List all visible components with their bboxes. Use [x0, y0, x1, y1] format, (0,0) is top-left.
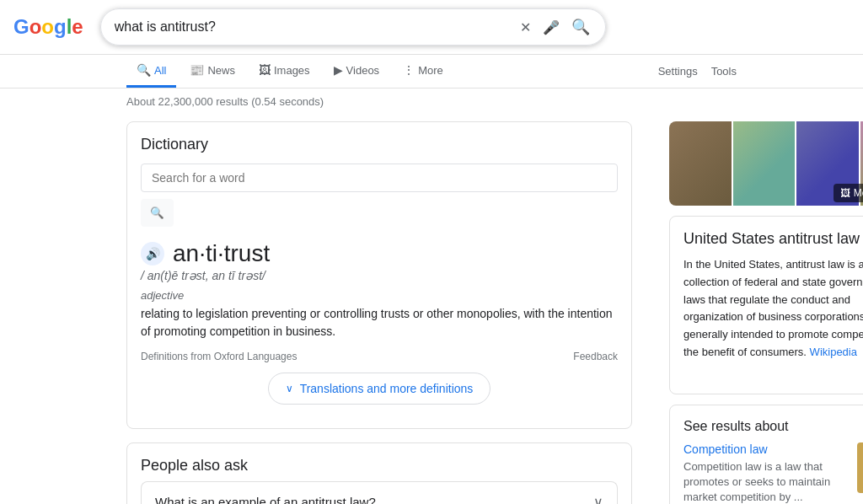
paa-question-0: What is an example of an antitrust law? — [155, 495, 376, 504]
pronunciation: / an(t)ē trəst, an tī trəst/ — [141, 269, 618, 282]
word-type: adjective — [141, 289, 618, 302]
translations-button[interactable]: ∨ Translations and more definitions — [268, 373, 491, 405]
paa-items: What is an example of an antitrust law? … — [141, 481, 618, 504]
tab-all[interactable]: 🔍 All — [126, 55, 176, 88]
settings-link[interactable]: Settings — [658, 65, 698, 78]
tab-videos[interactable]: ▶ Videos — [324, 55, 390, 88]
dict-feedback[interactable]: Feedback — [573, 351, 618, 362]
tab-news[interactable]: 📰 News — [180, 55, 245, 88]
images-container: 🖼 More images — [669, 121, 863, 206]
tab-more[interactable]: ⋮ More — [393, 55, 453, 88]
word-title: an·ti·trust — [173, 240, 270, 267]
people-also-ask-card: People also ask What is an example of an… — [126, 442, 632, 504]
more-images-label: More images — [854, 187, 863, 199]
dictionary-card: Dictionary 🔍 🔊 an·ti·trust / an(t)ē trəs… — [126, 121, 632, 429]
wiki-feedback[interactable]: Feedback — [683, 368, 863, 380]
main-content: Dictionary 🔍 🔊 an·ti·trust / an(t)ē trəs… — [0, 121, 863, 504]
wiki-card: United States antitrust law ⎘ In the Uni… — [669, 216, 863, 394]
news-icon: 📰 — [190, 63, 204, 77]
tab-images-label: Images — [274, 64, 310, 77]
image-1[interactable] — [669, 121, 732, 206]
videos-icon: ▶ — [334, 63, 343, 77]
see-results-text: Competition law Competition law is a law… — [683, 442, 847, 504]
dictionary-search-input[interactable] — [141, 164, 618, 192]
clear-button[interactable]: ✕ — [518, 18, 533, 37]
search-button[interactable]: 🔍 — [570, 16, 592, 38]
tools-link[interactable]: Tools — [711, 65, 737, 78]
google-logo: Google — [13, 15, 83, 39]
wikipedia-link[interactable]: Wikipedia — [810, 346, 857, 358]
tab-images[interactable]: 🖼 Images — [249, 55, 320, 88]
mic-button[interactable]: 🎤 — [541, 18, 561, 37]
tab-more-label: More — [418, 64, 443, 77]
more-images-overlay[interactable]: 🖼 More images — [834, 184, 863, 202]
search-bar: ✕ 🎤 🔍 — [100, 8, 606, 46]
wiki-title-row: United States antitrust law ⎘ — [683, 230, 863, 248]
dictionary-title: Dictionary — [141, 136, 618, 153]
wiki-title: United States antitrust law — [683, 230, 860, 248]
image-icon: 🖼 — [840, 187, 850, 199]
tab-videos-label: Videos — [346, 64, 380, 77]
definition-text: relating to legislation preventing or co… — [141, 305, 618, 340]
speaker-button[interactable]: 🔊 — [141, 242, 164, 265]
nav-tabs: 🔍 All 📰 News 🖼 Images ▶ Videos ⋮ More Se… — [0, 55, 863, 88]
paa-title: People also ask — [141, 457, 618, 475]
header: Google ✕ 🎤 🔍 — [0, 0, 863, 55]
more-dots-icon: ⋮ — [403, 63, 415, 77]
tab-news-label: News — [207, 64, 235, 77]
paa-chevron-0: ∨ — [593, 494, 603, 504]
right-column: 🖼 More images United States antitrust la… — [669, 121, 863, 504]
word-header: 🔊 an·ti·trust — [141, 240, 618, 267]
see-results-card: See results about Competition law Compet… — [669, 405, 863, 504]
paa-item-0[interactable]: What is an example of an antitrust law? … — [141, 481, 618, 504]
oxford-source: Definitions from Oxford Languages — [141, 351, 297, 362]
competition-law-link[interactable]: Competition law — [683, 442, 847, 456]
word-entry: 🔊 an·ti·trust / an(t)ē trəst, an tī trəs… — [141, 240, 618, 362]
left-column: Dictionary 🔍 🔊 an·ti·trust / an(t)ē trəs… — [126, 121, 632, 504]
image-2[interactable] — [733, 121, 796, 206]
search-input[interactable] — [115, 19, 518, 35]
results-count: About 22,300,000 results (0.54 seconds) — [0, 88, 863, 115]
tab-all-label: All — [154, 64, 166, 77]
search-icons: ✕ 🎤 🔍 — [518, 16, 592, 38]
see-results-title: See results about — [683, 419, 863, 434]
dictionary-search-button[interactable]: 🔍 — [141, 199, 174, 227]
translations-label: Translations and more definitions — [300, 382, 474, 395]
settings-tools: Settings Tools — [658, 65, 737, 78]
see-results-item: Competition law Competition law is a law… — [683, 442, 863, 504]
all-icon: 🔍 — [137, 63, 151, 77]
competition-law-desc: Competition law is a law that promotes o… — [683, 459, 847, 504]
wiki-text: In the United States, antitrust law is a… — [683, 256, 863, 362]
chevron-down-icon: ∨ — [286, 383, 293, 394]
dict-source: Definitions from Oxford Languages Feedba… — [141, 351, 618, 362]
competition-law-image — [857, 442, 863, 493]
images-icon: 🖼 — [259, 63, 271, 77]
